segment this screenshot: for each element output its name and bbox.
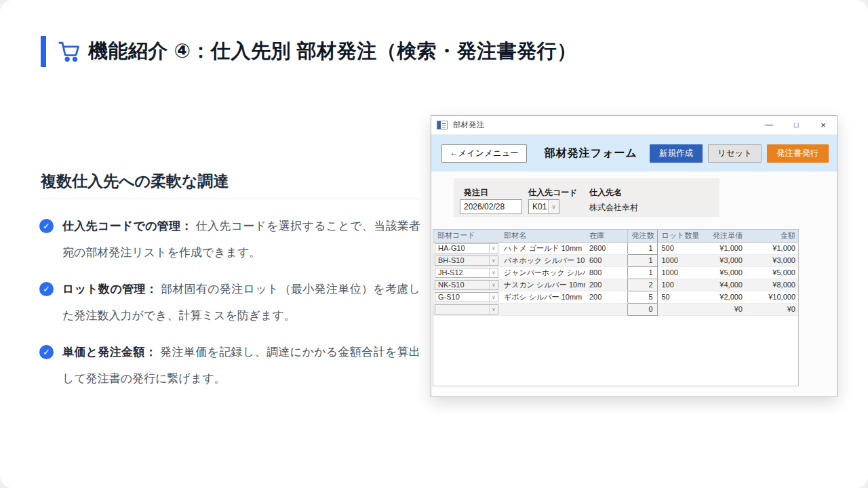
table-row: JH-S12∨ ジャンパーホック シルバー 12mm 800 1 1000 ¥5… bbox=[433, 266, 799, 279]
part-name-cell: バネホック シルバー 10mm bbox=[500, 254, 585, 266]
order-table: 部材コード 部材名 在庫 発注数 ロット数量 発注単価 金額 HA-G10∨ ハ bbox=[433, 229, 799, 386]
reset-button[interactable]: リセット bbox=[708, 144, 762, 163]
part-name-cell: ジャンパーホック シルバー 12mm bbox=[500, 266, 585, 279]
supplier-name-value: 株式会社幸村 bbox=[589, 202, 638, 214]
lot-cell: 500 bbox=[657, 242, 705, 254]
part-code-value: BH-S10 bbox=[435, 256, 489, 265]
form-header: ←メインメニュー 部材発注フォーム 新規作成 リセット 発注書発行 bbox=[431, 135, 837, 171]
maximize-button[interactable]: □ bbox=[783, 116, 810, 134]
accent-bar bbox=[41, 36, 46, 67]
supplier-code-value: K01 bbox=[529, 200, 548, 214]
supplier-code-label: 仕入先コード bbox=[528, 187, 578, 199]
section-heading: 複数仕入先への柔軟な調達 bbox=[41, 171, 229, 192]
form-title: 部材発注フォーム bbox=[545, 146, 637, 161]
table-row: NK-S10∨ ナスカン シルバー 10mm 200 2 100 ¥4,000 … bbox=[433, 279, 799, 291]
col-header-amount: 金額 bbox=[747, 230, 799, 242]
table-row-new: ∨ 0 ¥0 ¥0 bbox=[433, 303, 799, 315]
lot-cell: 50 bbox=[657, 291, 705, 303]
form-body: 発注日 2026/02/28 仕入先コード K01 ∨ 仕入先名 株式会社幸村 bbox=[431, 171, 837, 396]
part-code-value: G-S10 bbox=[435, 293, 489, 302]
minimize-button[interactable]: — bbox=[755, 116, 783, 134]
part-name-cell: ハトメ ゴールド 10mm bbox=[500, 242, 585, 254]
divider bbox=[41, 199, 419, 199]
chevron-down-icon[interactable]: ∨ bbox=[548, 200, 559, 214]
cart-icon bbox=[57, 39, 81, 64]
field-panel: 発注日 2026/02/28 仕入先コード K01 ∨ 仕入先名 株式会社幸村 bbox=[454, 178, 719, 217]
qty-input[interactable]: 1 bbox=[627, 266, 657, 279]
qty-input[interactable]: 1 bbox=[627, 254, 657, 266]
check-icon: ✓ bbox=[39, 345, 54, 359]
issue-order-button[interactable]: 発注書発行 bbox=[767, 144, 829, 163]
qty-input[interactable]: 5 bbox=[627, 291, 657, 303]
chevron-down-icon[interactable]: ∨ bbox=[489, 244, 498, 253]
bullet-text: 仕入先コードでの管理： 仕入先コードを選択することで、当該業者宛の部材発注リスト… bbox=[62, 213, 420, 266]
amount-cell: ¥10,000 bbox=[747, 291, 799, 303]
bullet-text: ロット数の管理： 部材固有の発注ロット（最小発注単位）を考慮した発注数入力ができ… bbox=[62, 276, 420, 329]
bullet-lead: ロット数の管理： bbox=[62, 283, 157, 296]
col-header-code: 部材コード bbox=[433, 230, 500, 242]
bullet-text: 単価と発注金額： 発注単価を記録し、調達にかかる金額合計を算出して発注書の発行に… bbox=[62, 339, 420, 392]
list-item: ✓ ロット数の管理： 部材固有の発注ロット（最小発注単位）を考慮した発注数入力が… bbox=[39, 276, 420, 329]
main-menu-button[interactable]: ←メインメニュー bbox=[441, 144, 527, 163]
amount-cell: ¥8,000 bbox=[747, 279, 799, 291]
amount-cell: ¥3,000 bbox=[747, 254, 799, 266]
unit-price-cell: ¥3,000 bbox=[705, 254, 747, 266]
order-date-input[interactable]: 2026/02/28 bbox=[460, 199, 522, 214]
slide: 機能紹介 ④：仕入先別 部材発注（検索・発注書発行） 複数仕入先への柔軟な調達 … bbox=[0, 0, 868, 488]
part-code-combobox[interactable]: NK-S10∨ bbox=[435, 280, 498, 290]
qty-input[interactable]: 0 bbox=[627, 303, 657, 315]
list-item: ✓ 単価と発注金額： 発注単価を記録し、調達にかかる金額合計を算出して発注書の発… bbox=[39, 339, 420, 392]
part-name-cell bbox=[500, 303, 585, 315]
chevron-down-icon[interactable]: ∨ bbox=[489, 293, 498, 302]
stock-cell: 2600 bbox=[585, 242, 627, 254]
unit-price-cell: ¥1,000 bbox=[705, 242, 747, 254]
part-code-value: JH-S12 bbox=[435, 268, 489, 277]
stock-cell: 600 bbox=[585, 254, 627, 266]
lot-cell bbox=[657, 303, 705, 315]
window-titlebar: 部材発注 — □ × bbox=[431, 116, 837, 135]
close-button[interactable]: × bbox=[810, 116, 837, 134]
qty-input[interactable]: 2 bbox=[627, 279, 657, 291]
amount-cell: ¥5,000 bbox=[747, 266, 799, 279]
stock-cell: 800 bbox=[585, 266, 627, 279]
part-code-value: HA-G10 bbox=[435, 244, 489, 253]
app-form-icon bbox=[437, 121, 448, 129]
col-header-lot: ロット数量 bbox=[657, 230, 705, 242]
check-icon: ✓ bbox=[39, 219, 54, 233]
bullet-lead: 仕入先コードでの管理： bbox=[62, 220, 193, 232]
page-title: 機能紹介 ④：仕入先別 部材発注（検索・発注書発行） bbox=[88, 38, 577, 65]
stock-cell: 200 bbox=[585, 291, 627, 303]
bullet-list: ✓ 仕入先コードでの管理： 仕入先コードを選択することで、当該業者宛の部材発注リ… bbox=[39, 213, 420, 402]
part-name-cell: ギボシ シルバー 10mm bbox=[500, 291, 585, 303]
qty-input[interactable]: 1 bbox=[627, 242, 657, 254]
chevron-down-icon[interactable]: ∨ bbox=[489, 268, 498, 277]
part-code-combobox[interactable]: JH-S12∨ bbox=[435, 268, 498, 278]
unit-price-cell: ¥4,000 bbox=[705, 279, 747, 291]
stock-cell bbox=[585, 303, 627, 315]
part-code-combobox[interactable]: BH-S10∨ bbox=[435, 256, 498, 266]
col-header-stock: 在庫 bbox=[585, 230, 627, 242]
supplier-code-combobox[interactable]: K01 ∨ bbox=[528, 199, 559, 214]
part-code-combobox[interactable]: G-S10∨ bbox=[435, 292, 498, 302]
chevron-down-icon[interactable]: ∨ bbox=[489, 305, 498, 314]
part-code-combobox[interactable]: ∨ bbox=[435, 304, 498, 314]
part-name-cell: ナスカン シルバー 10mm bbox=[500, 279, 585, 291]
chevron-down-icon[interactable]: ∨ bbox=[489, 256, 498, 265]
window-title: 部材発注 bbox=[453, 120, 484, 130]
app-window: 部材発注 — □ × ←メインメニュー 部材発注フォーム 新規作成 リセット 発… bbox=[431, 115, 837, 397]
lot-cell: 1000 bbox=[657, 254, 705, 266]
lot-cell: 100 bbox=[657, 279, 705, 291]
part-code-value bbox=[435, 305, 489, 314]
col-header-unit: 発注単価 bbox=[705, 230, 747, 242]
unit-price-cell: ¥5,000 bbox=[705, 266, 747, 279]
new-record-button[interactable]: 新規作成 bbox=[650, 144, 703, 163]
check-icon: ✓ bbox=[39, 282, 54, 296]
window-controls: — □ × bbox=[755, 116, 837, 134]
order-date-label: 発注日 bbox=[464, 187, 488, 199]
part-code-combobox[interactable]: HA-G10∨ bbox=[435, 243, 498, 253]
part-code-value: NK-S10 bbox=[435, 281, 489, 289]
chevron-down-icon[interactable]: ∨ bbox=[489, 281, 498, 289]
supplier-name-label: 仕入先名 bbox=[589, 187, 622, 199]
stock-cell: 200 bbox=[585, 279, 627, 291]
unit-price-cell: ¥0 bbox=[705, 303, 747, 315]
